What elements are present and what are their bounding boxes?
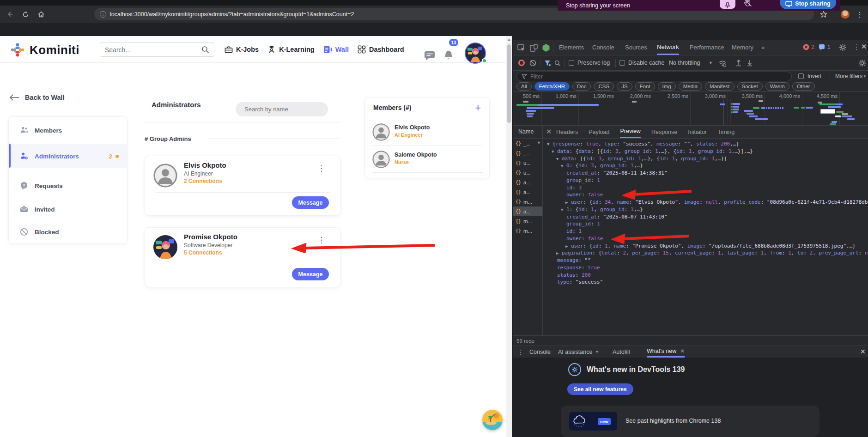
filter-icon[interactable] bbox=[544, 60, 551, 66]
invert-checkbox[interactable] bbox=[798, 73, 804, 79]
preserve-log-checkbox[interactable] bbox=[569, 60, 574, 66]
device-toolbar-icon[interactable] bbox=[530, 44, 538, 52]
request-row[interactable]: {}a... bbox=[513, 206, 542, 216]
devtools-close-icon[interactable]: ✕ bbox=[861, 42, 867, 51]
throttling-caret-icon[interactable]: ▼ bbox=[709, 61, 713, 65]
request-row[interactable]: {}m... bbox=[513, 197, 542, 206]
import-har-icon[interactable] bbox=[735, 59, 742, 67]
column-divider[interactable] bbox=[542, 126, 543, 335]
filter-chip-manifest[interactable]: Manifest bbox=[705, 82, 734, 91]
devtools-tab-console[interactable]: Console bbox=[592, 40, 614, 55]
sidebar-item-invited[interactable]: Invited bbox=[9, 201, 128, 217]
record-icon[interactable] bbox=[518, 60, 525, 66]
drawer-tab-whatsnew[interactable]: What's new✕ bbox=[647, 346, 685, 358]
highlights-card[interactable]: new See past highlights from Chrome 138 bbox=[561, 406, 819, 437]
app-scrollbar[interactable]: ▲ bbox=[506, 36, 512, 437]
nav-item-wall[interactable]: Wall bbox=[323, 46, 349, 54]
reload-icon[interactable] bbox=[19, 8, 31, 20]
close-preview-icon[interactable]: ✕ bbox=[546, 127, 552, 136]
browser-profile-avatar[interactable] bbox=[839, 8, 851, 20]
back-to-wall-link[interactable]: Back to Wall bbox=[9, 94, 65, 101]
filter-chip-other[interactable]: Other bbox=[792, 82, 815, 91]
export-har-icon[interactable] bbox=[747, 59, 753, 67]
home-icon[interactable] bbox=[35, 8, 47, 20]
scrollbar-thumb[interactable] bbox=[507, 44, 511, 123]
network-overview[interactable]: 500 ms1,000 ms1,500 ms2,000 ms2,500 ms3,… bbox=[513, 91, 868, 126]
sidebar-item-requests[interactable]: ?Requests bbox=[9, 178, 128, 194]
member-row[interactable]: Salome OkpotoNurse bbox=[372, 148, 483, 170]
disclosure-triangle-icon[interactable]: ▼ bbox=[552, 148, 557, 155]
nav-item-kjobs[interactable]: K-Jobs bbox=[225, 46, 259, 54]
network-conditions-icon[interactable] bbox=[718, 59, 727, 67]
preview-tab-payload[interactable]: Payload bbox=[589, 126, 609, 138]
issues-badge[interactable] bbox=[819, 44, 825, 50]
more-filters-button[interactable]: More filters bbox=[835, 73, 862, 79]
filter-chip-wasm[interactable]: Wasm bbox=[765, 82, 789, 91]
request-row[interactable]: {}m... bbox=[513, 226, 542, 236]
request-row[interactable]: {}a... bbox=[513, 177, 542, 187]
devtools-tab-network[interactable]: Network bbox=[657, 40, 679, 55]
throttling-select[interactable]: No throttling bbox=[669, 60, 700, 66]
name-column-header[interactable]: Name bbox=[518, 128, 534, 135]
more-tabs-icon[interactable]: » bbox=[761, 40, 765, 55]
disclosure-triangle-icon[interactable]: ▼ bbox=[561, 206, 566, 213]
disclosure-triangle-icon[interactable]: ▶ bbox=[565, 199, 571, 206]
devtools-tab-sources[interactable]: Sources bbox=[625, 40, 647, 55]
drawer-tab-console[interactable]: Console bbox=[529, 346, 551, 358]
drawer-tab-autofill[interactable]: Autofill bbox=[613, 346, 630, 358]
devtools-tab-memory[interactable]: Memory bbox=[732, 40, 753, 55]
close-tab-icon[interactable]: ✕ bbox=[680, 348, 685, 354]
preview-tab-headers[interactable]: Headers bbox=[556, 126, 578, 138]
preview-tab-initiator[interactable]: Initiator bbox=[688, 126, 707, 138]
more-filters-caret-icon[interactable]: ▼ bbox=[863, 74, 867, 79]
filter-chip-js[interactable]: JS bbox=[617, 82, 632, 91]
error-count-badge[interactable] bbox=[803, 44, 809, 50]
site-info-icon[interactable]: i bbox=[100, 11, 106, 18]
message-button[interactable]: Message bbox=[292, 268, 329, 280]
filter-chip-media[interactable]: Media bbox=[679, 82, 702, 91]
card-menu-icon[interactable]: ⋮ bbox=[317, 164, 325, 173]
filter-chip-fetchxhr[interactable]: Fetch/XHR bbox=[534, 82, 570, 91]
network-search-icon[interactable] bbox=[554, 60, 561, 67]
settings-gear-icon[interactable] bbox=[839, 43, 847, 51]
nav-item-klearning[interactable]: K-Learning bbox=[267, 45, 315, 54]
kominiti-logo[interactable]: Kominiti bbox=[9, 42, 79, 58]
filter-chip-css[interactable]: CSS bbox=[594, 82, 614, 91]
request-row[interactable]: {}m... bbox=[513, 216, 542, 226]
drawer-tab-aiassistance[interactable]: AI assistance✦ bbox=[558, 346, 599, 358]
inspect-icon[interactable] bbox=[517, 44, 525, 52]
clear-icon[interactable] bbox=[529, 60, 536, 67]
hand-off-icon[interactable] bbox=[743, 0, 753, 8]
disclosure-triangle-icon[interactable]: ▼ bbox=[556, 156, 562, 163]
card-menu-icon[interactable]: ⋮ bbox=[317, 235, 325, 245]
stop-sharing-button[interactable]: Stop sharing bbox=[780, 0, 836, 9]
disclosure-triangle-icon[interactable]: ▶ bbox=[556, 250, 562, 257]
back-icon[interactable] bbox=[4, 8, 16, 20]
network-filter-input[interactable] bbox=[530, 73, 787, 80]
devtools-menu-icon[interactable]: ⋮ bbox=[853, 43, 860, 51]
disclosure-triangle-icon[interactable]: ▼ bbox=[561, 163, 566, 170]
messages-icon[interactable] bbox=[424, 51, 435, 61]
preview-tab-response[interactable]: Response bbox=[651, 126, 677, 138]
filter-chip-socket[interactable]: Socket bbox=[737, 82, 763, 91]
nav-item-dashboard[interactable]: Dashboard bbox=[358, 45, 404, 54]
sidebar-item-administrators[interactable]: Administrators2 bbox=[9, 148, 128, 164]
message-button[interactable]: Message bbox=[292, 196, 329, 209]
sidebar-item-members[interactable]: Members bbox=[9, 122, 128, 138]
disclosure-triangle-icon[interactable]: ▼ bbox=[547, 141, 552, 148]
preview-tab-timing[interactable]: Timing bbox=[717, 126, 734, 138]
admin-search-input[interactable] bbox=[244, 106, 326, 113]
disable-cache-checkbox[interactable] bbox=[619, 60, 625, 66]
pin-icon[interactable] bbox=[720, 0, 735, 9]
browser-menu-icon[interactable]: ⋮ bbox=[854, 8, 866, 20]
network-settings-gear-icon[interactable] bbox=[858, 59, 866, 67]
filter-chip-img[interactable]: Img bbox=[658, 82, 676, 91]
floating-theme-button[interactable] bbox=[482, 410, 503, 430]
request-row[interactable]: {}u... bbox=[513, 158, 542, 168]
devtools-tab-elements[interactable]: Elements bbox=[559, 40, 584, 55]
filter-chip-all[interactable]: All bbox=[516, 82, 532, 91]
sidebar-item-blocked[interactable]: Blocked bbox=[9, 224, 128, 240]
request-row[interactable]: {}a... bbox=[513, 187, 542, 197]
member-row[interactable]: Elvis OkpotoAI Engineer bbox=[372, 121, 483, 143]
search-icon[interactable] bbox=[201, 46, 209, 54]
